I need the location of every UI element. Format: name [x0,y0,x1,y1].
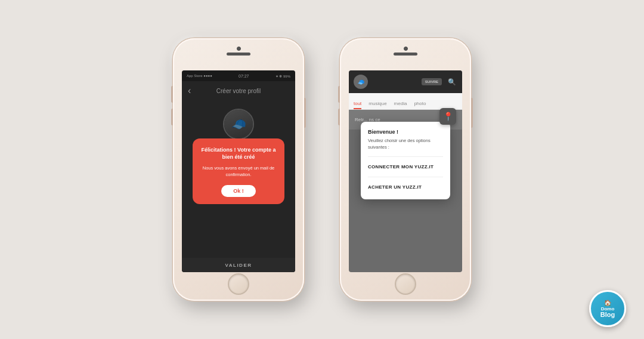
phone-2-top [394,47,417,57]
volume-up-button [171,86,173,103]
header-avatar: 🧢 [354,75,368,89]
map-icon[interactable]: 📍 [439,108,456,125]
app-header: 🧢 SUIVRE 🔍 [349,70,462,93]
blog-text: Blog [600,312,615,318]
house-icon: 🏠 [604,300,611,306]
speaker-grill-2 [394,53,417,56]
welcome-modal: Bienvenue ! Veuillez choisir une des opt… [361,122,450,199]
modal-title: Félicitations ! Votre compte a bien été … [200,147,277,161]
tab-media[interactable]: media [394,101,407,109]
camera-dot [237,47,241,51]
ok-button[interactable]: Ok ! [221,185,256,197]
camera-dot-2 [404,47,408,51]
home-button-1[interactable] [228,273,249,295]
volume-down-button-2 [338,109,340,125]
map-footer: 📍 [439,108,456,125]
success-modal: Félicitations ! Votre compte a bien été … [193,138,284,204]
phone-2: 🧢 SUIVRE 🔍 tout musique media photo Retr… [340,38,471,301]
search-icon[interactable]: 🔍 [447,76,457,87]
speaker-grill [227,53,250,56]
buy-option[interactable]: ACHETER UN YUZZ.IT [368,182,443,192]
volume-down-button [171,109,173,125]
volume-up-button-2 [338,86,340,103]
connect-option[interactable]: CONNECTER MON YUZZ.IT [368,162,443,172]
valider-label: VALIDER [225,263,252,268]
phone-1: App Store ●●●● 07:27 ✦ ❋ 99% ‹ Créer vot… [173,38,304,301]
divider [368,156,443,157]
phone-1-top [227,47,250,57]
follow-button[interactable]: SUIVRE [422,78,442,85]
modal-overlay: Félicitations ! Votre compte a bien été … [182,70,295,272]
modal-body: Nous vous avons envoyé un mail de confir… [200,165,277,178]
power-button [304,98,306,128]
content-area: Retr... ns ce Bienvenue ! Veuillez chois… [349,110,462,130]
welcome-title: Bienvenue ! [368,129,443,135]
tab-musique[interactable]: musique [369,101,386,109]
tab-photo[interactable]: photo [414,101,426,109]
tabs-bar: tout musique media photo [349,93,462,110]
divider-2 [368,177,443,177]
tab-tout[interactable]: tout [354,101,361,109]
domo-blog-badge: 🏠 Domo Blog [589,290,626,327]
power-button-2 [471,98,473,128]
phone-2-screen: 🧢 SUIVRE 🔍 tout musique media photo Retr… [349,70,462,272]
bottom-bar-1[interactable]: VALIDER [182,258,295,272]
welcome-body: Veuillez choisir une des options suivant… [368,138,443,150]
home-button-2[interactable] [395,273,416,295]
phone-1-screen: App Store ●●●● 07:27 ✦ ❋ 99% ‹ Créer vot… [182,70,295,272]
